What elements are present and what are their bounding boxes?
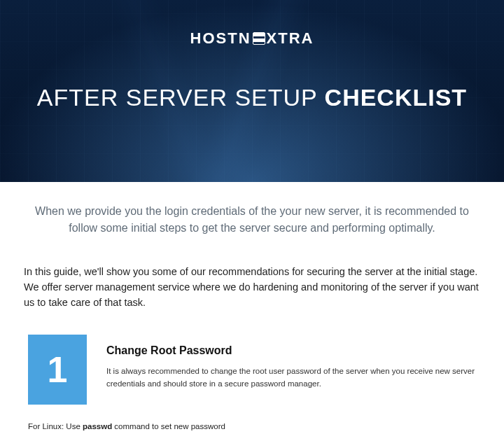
logo-text-part1: HOSTN [190,29,251,47]
brand-logo: HOSTNXTRA [0,0,504,48]
guide-paragraph: In this guide, we'll show you some of ou… [24,265,480,310]
step-title: Change Root Password [106,344,476,357]
step-description: It is always recommended to change the r… [106,365,476,390]
intro-paragraph: When we provide you the login credential… [28,203,476,237]
content-area: When we provide you the login credential… [0,182,504,430]
step-body: Change Root Password It is always recomm… [106,335,476,390]
note-prefix: For Linux: Use [28,422,83,430]
page-title: AFTER SERVER SETUP CHECKLIST [0,84,504,111]
title-light: AFTER SERVER SETUP [37,84,325,111]
title-bold: CHECKLIST [325,84,468,111]
logo-text-part2: XTRA [267,29,314,47]
step-number-badge: 1 [28,335,87,405]
checklist-step-1: 1 Change Root Password It is always reco… [28,335,476,405]
note-command: passwd [83,422,112,430]
logo-icon [253,32,265,45]
step-note: For Linux: Use passwd command to set new… [28,422,476,430]
hero-banner: HOSTNXTRA AFTER SERVER SETUP CHECKLIST [0,0,504,182]
note-suffix: command to set new password [112,422,225,430]
